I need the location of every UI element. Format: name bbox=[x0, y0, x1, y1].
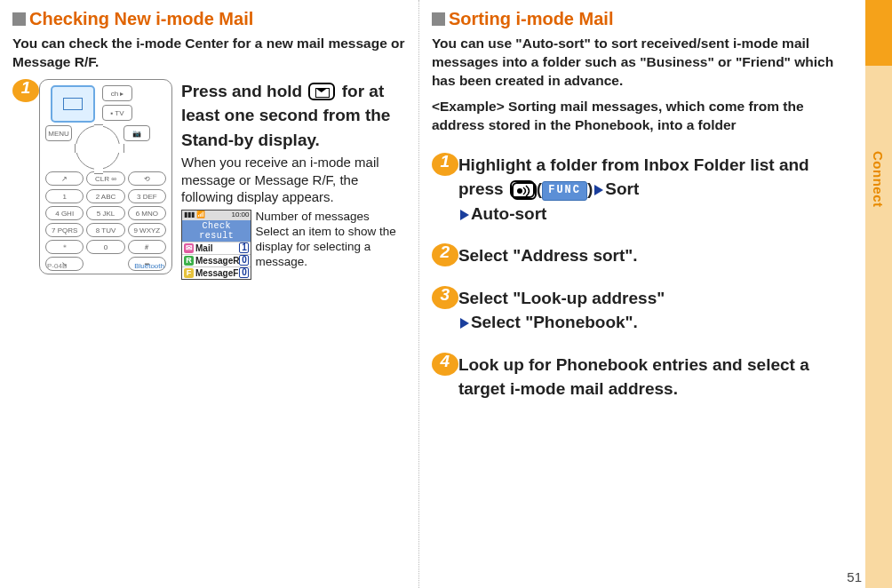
left-step-1: 1 ch ▸ ▪ TV MENU 📷 bbox=[12, 79, 406, 280]
left-heading: Checking New i-mode Mail bbox=[12, 9, 406, 29]
right-step4-text: Look up for Phonebook entries and select… bbox=[458, 353, 853, 401]
heading-square-icon bbox=[432, 12, 445, 26]
result-notes: Number of messages Select an item to sho… bbox=[255, 210, 405, 280]
keypad-4: 4 GHI bbox=[45, 206, 84, 220]
example-block: <Example> Sorting mail messages, which c… bbox=[432, 98, 853, 135]
step-number-badge: 2 bbox=[430, 240, 460, 270]
result-mail-label: Mail bbox=[195, 243, 212, 253]
keypad-hash: ＃ bbox=[128, 240, 166, 254]
ir-key-icon bbox=[510, 180, 535, 198]
result-status-bar: ▮▮▮ 📶 10:00 bbox=[182, 211, 251, 220]
phone-model: P-04B bbox=[47, 262, 67, 270]
section-sidebar: Connect bbox=[865, 0, 892, 588]
result-note-2: Select an item to show the display for s… bbox=[255, 225, 405, 270]
phone-mock: ch ▸ ▪ TV MENU 📷 ↗ CLR ∞ ⟲ bbox=[39, 79, 172, 274]
phone-tv-button: ▪ TV bbox=[102, 105, 132, 121]
result-f-count: 0 bbox=[239, 267, 249, 278]
right-column: Sorting i-mode Mail You can use "Auto-so… bbox=[419, 0, 865, 588]
step-number: 1 bbox=[21, 78, 31, 97]
keypad-3: 3 DEF bbox=[128, 189, 166, 203]
keypad-6: 6 MNO bbox=[128, 206, 166, 220]
mail-key-icon bbox=[308, 83, 335, 100]
step-number-badge: 1 bbox=[11, 75, 41, 106]
message-r-tag-icon: R bbox=[184, 256, 194, 266]
right-step-2: 2 Select "Address sort". bbox=[432, 243, 853, 268]
phone-menu-button: MENU bbox=[45, 125, 72, 141]
step1-text-c: Auto-sort bbox=[471, 204, 546, 223]
bluetooth-label: Bluetooth bbox=[134, 262, 164, 270]
phone-screen-icon bbox=[51, 85, 95, 123]
triangle-icon bbox=[594, 185, 603, 195]
keypad-1: 1 bbox=[45, 189, 84, 203]
step-number: 4 bbox=[441, 352, 450, 370]
result-r-count: 0 bbox=[239, 255, 249, 266]
svg-point-3 bbox=[517, 188, 522, 194]
sidebar-label: Connect bbox=[871, 151, 886, 208]
left-intro: You can check the i-mode Center for a ne… bbox=[12, 35, 406, 72]
triangle-icon bbox=[460, 210, 469, 220]
sidebar-top-block bbox=[865, 0, 892, 66]
right-heading: Sorting i-mode Mail bbox=[432, 9, 853, 29]
result-f-label: MessageF bbox=[195, 268, 238, 278]
phone-clr-key: CLR ∞ bbox=[86, 171, 124, 186]
phone-dpad bbox=[76, 125, 120, 170]
keypad-7: 7 PQRS bbox=[45, 223, 84, 237]
step3-line2: Select "Phonebook". bbox=[471, 313, 638, 331]
step-number: 3 bbox=[441, 285, 450, 304]
keypad-0: 0 bbox=[86, 240, 124, 254]
right-heading-text: Sorting i-mode Mail bbox=[449, 9, 614, 28]
keypad-5: 5 JKL bbox=[86, 206, 124, 220]
check-result-screen: ▮▮▮ 📶 10:00 Check result ✉ Mail 1 R bbox=[181, 210, 251, 280]
step-number: 2 bbox=[441, 242, 450, 261]
right-intro: You can use "Auto-sort" to sort received… bbox=[432, 35, 853, 91]
right-step3-text: Select "Look-up address" Select "Phonebo… bbox=[458, 286, 853, 335]
result-mail-count: 1 bbox=[239, 242, 249, 253]
keypad-9: 9 WXYZ bbox=[128, 223, 166, 237]
right-step1-text: Highlight a folder from Inbox Folder lis… bbox=[458, 153, 853, 226]
step-number-badge: 1 bbox=[430, 149, 460, 179]
result-row-f: F MessageF 0 bbox=[182, 266, 251, 279]
phone-camera-button: 📷 bbox=[123, 125, 150, 141]
example-label: <Example> bbox=[432, 99, 505, 114]
phone-softkey: ↗ bbox=[45, 171, 84, 186]
step1-text-b: Sort bbox=[605, 179, 639, 198]
right-step-4: 4 Look up for Phonebook entries and sele… bbox=[432, 353, 853, 401]
step1-title-part-a: Press and hold bbox=[181, 82, 307, 100]
right-step-1: 1 Highlight a folder from Inbox Folder l… bbox=[432, 153, 853, 226]
message-f-tag-icon: F bbox=[184, 268, 194, 278]
step3-line1: Select "Look-up address" bbox=[458, 289, 665, 307]
left-heading-text: Checking New i-mode Mail bbox=[29, 9, 253, 28]
step-number: 1 bbox=[441, 152, 450, 171]
result-row-mail: ✉ Mail 1 bbox=[182, 242, 251, 254]
func-pill: FUNC bbox=[542, 181, 587, 200]
left-step1-body: When you receive an i-mode mail message … bbox=[181, 154, 406, 206]
sidebar-bottom-block bbox=[865, 66, 892, 588]
result-row-r: R MessageR 0 bbox=[182, 254, 251, 266]
result-title-bar: Check result bbox=[182, 220, 251, 242]
result-r-label: MessageR bbox=[195, 256, 239, 266]
right-step-3: 3 Select "Look-up address" Select "Phone… bbox=[432, 286, 853, 335]
phone-top-button: ch ▸ bbox=[102, 85, 132, 101]
result-note-1: Number of messages bbox=[255, 210, 405, 225]
page-number: 51 bbox=[847, 569, 862, 584]
heading-square-icon bbox=[12, 12, 26, 26]
right-step2-text: Select "Address sort". bbox=[458, 243, 853, 268]
svg-rect-2 bbox=[513, 183, 536, 199]
phone-softkey: ⟲ bbox=[128, 171, 166, 186]
step-number-badge: 4 bbox=[430, 349, 460, 379]
left-column: Checking New i-mode Mail You can check t… bbox=[0, 0, 419, 588]
left-step1-title: Press and hold for at least one second f… bbox=[181, 79, 406, 153]
keypad-star: ＊ bbox=[45, 240, 84, 254]
mail-tag-icon: ✉ bbox=[184, 243, 194, 253]
keypad-2: 2 ABC bbox=[86, 189, 124, 203]
result-time: 10:00 bbox=[231, 211, 249, 219]
step-number-badge: 3 bbox=[430, 282, 460, 313]
triangle-icon bbox=[460, 318, 469, 329]
keypad-8: 8 TUV bbox=[86, 223, 124, 237]
